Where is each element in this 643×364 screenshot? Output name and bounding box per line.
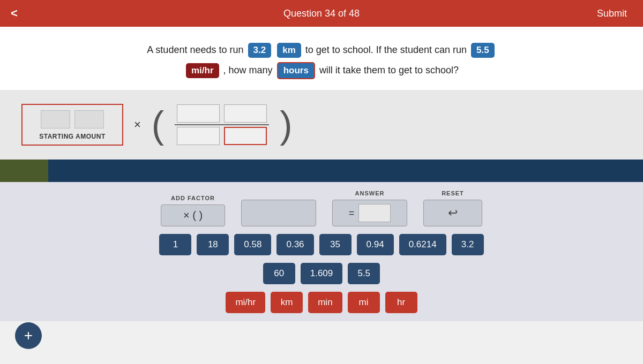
number-chip-0.58[interactable]: 0.58	[234, 234, 271, 255]
question-text-mid: to get to school. If the student can run	[305, 44, 467, 55]
unit-chip-mi-hr[interactable]: mi/hr	[226, 292, 265, 313]
highlighted-hours: hours	[277, 62, 315, 79]
unit-chip-hr[interactable]: hr	[385, 292, 417, 313]
blue-band	[0, 160, 643, 182]
number-chip-3.2[interactable]: 3.2	[452, 234, 484, 255]
submit-button[interactable]: Submit	[597, 8, 627, 19]
starting-amount-input-1[interactable]	[41, 110, 70, 128]
answer-label: ANSWER	[355, 190, 385, 196]
answer-box: =	[332, 200, 407, 226]
multiply-symbol: ×	[134, 118, 141, 132]
question-text-after: , how many	[223, 65, 273, 75]
unit2-badge: mi/hr	[186, 63, 219, 78]
unit-chips-row: mi/hrkmminmihr	[226, 292, 417, 313]
left-paren: (	[152, 106, 164, 143]
workspace: STARTING AMOUNT × ( )	[0, 90, 643, 160]
factor-input[interactable]	[241, 200, 316, 226]
fraction-box	[175, 104, 269, 145]
fraction-divider	[175, 124, 269, 125]
value2-badge: 5.5	[471, 43, 495, 58]
number-chip-35[interactable]: 35	[319, 234, 352, 255]
add-factor-button[interactable]: × ( )	[161, 204, 225, 226]
number-chip-0.6214[interactable]: 0.6214	[399, 234, 446, 255]
question-text-end: will it take them to get to school?	[319, 65, 459, 75]
number-chip-60[interactable]: 60	[263, 263, 295, 284]
unit-chip-min[interactable]: min	[308, 292, 342, 313]
starting-amount-box: STARTING AMOUNT	[21, 104, 123, 146]
fraction-top-right[interactable]	[224, 104, 267, 123]
unit1-badge: km	[277, 43, 301, 58]
value1-badge: 3.2	[248, 43, 272, 58]
number-chip-0.94[interactable]: 0.94	[357, 234, 394, 255]
fraction-bottom-left[interactable]	[177, 127, 220, 145]
fraction-bottom-right[interactable]	[224, 127, 267, 145]
question-area: A student needs to run 3.2 km to get to …	[0, 27, 643, 90]
answer-group: ANSWER =	[332, 190, 407, 226]
number-chip-5.5[interactable]: 5.5	[348, 263, 380, 284]
number-chips-row2: 601.6095.5	[263, 263, 380, 284]
controls: ADD FACTOR × ( ) ANSWER = RESET ↩ 1180.5…	[0, 182, 643, 321]
right-paren: )	[280, 106, 292, 143]
question-text-before: A student needs to run	[147, 44, 243, 55]
number-chip-1[interactable]: 1	[159, 234, 191, 255]
number-chips-row1: 1180.580.36350.940.62143.2	[159, 234, 483, 255]
plus-button[interactable]: +	[15, 322, 42, 349]
answer-input[interactable]	[358, 204, 391, 222]
back-button[interactable]: <	[11, 6, 18, 20]
reset-button[interactable]: ↩	[423, 200, 482, 226]
number-chip-1.609[interactable]: 1.609	[301, 263, 343, 284]
header: < Question 34 of 48 Submit	[0, 0, 643, 27]
add-factor-group: ADD FACTOR × ( )	[161, 195, 225, 226]
unit-chip-mi[interactable]: mi	[348, 292, 380, 313]
olive-tab	[0, 160, 48, 182]
add-factor-label: ADD FACTOR	[171, 195, 215, 201]
reset-group: RESET ↩	[423, 190, 482, 226]
reset-label: RESET	[442, 190, 464, 196]
fraction-top-left[interactable]	[177, 104, 220, 123]
number-chip-18[interactable]: 18	[197, 234, 229, 255]
number-chip-0.36[interactable]: 0.36	[276, 234, 313, 255]
question-title: Question 34 of 48	[283, 8, 360, 19]
starting-amount-input-2[interactable]	[74, 110, 104, 128]
unit-chip-km[interactable]: km	[271, 292, 303, 313]
starting-amount-label: STARTING AMOUNT	[39, 133, 106, 140]
equals-sign: =	[349, 208, 355, 219]
